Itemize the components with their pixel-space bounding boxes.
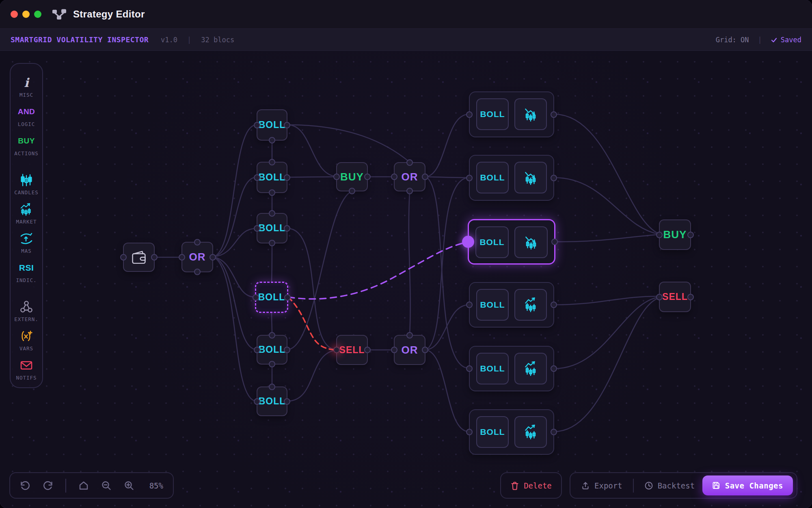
trend-down-candles-icon[interactable] bbox=[514, 162, 547, 193]
output-port[interactable] bbox=[284, 225, 290, 232]
output-port[interactable] bbox=[551, 429, 557, 435]
export-button[interactable]: Export bbox=[581, 481, 622, 490]
output-port[interactable] bbox=[422, 174, 428, 180]
input-port[interactable] bbox=[333, 174, 340, 180]
connection-endpoint-dot[interactable] bbox=[462, 236, 474, 248]
input-port[interactable] bbox=[120, 254, 127, 261]
node-or-top[interactable]: OR bbox=[394, 162, 425, 191]
input-port[interactable] bbox=[253, 294, 259, 301]
input-port[interactable] bbox=[466, 111, 473, 118]
undo-button[interactable] bbox=[20, 480, 30, 491]
trend-up-candles-icon[interactable] bbox=[514, 416, 547, 448]
trend-up-candles-icon[interactable] bbox=[514, 289, 547, 321]
sidebar-item-misc[interactable]: i MISC bbox=[19, 75, 33, 98]
node-or-left[interactable]: OR bbox=[181, 242, 213, 272]
sidebar-item-logic[interactable]: AND LOGIC bbox=[18, 104, 35, 127]
output-port[interactable] bbox=[284, 398, 290, 405]
delete-button[interactable]: Delete bbox=[500, 472, 562, 499]
top-port[interactable] bbox=[406, 332, 413, 339]
node-wallet[interactable] bbox=[123, 243, 155, 272]
grid-toggle[interactable]: Grid: ON bbox=[716, 36, 749, 44]
node-group-2[interactable]: BOLL bbox=[469, 155, 554, 201]
input-port[interactable] bbox=[466, 429, 473, 435]
node-group-1[interactable]: BOLL bbox=[469, 91, 554, 137]
input-port[interactable] bbox=[254, 174, 260, 181]
bottom-port[interactable] bbox=[269, 240, 275, 246]
sidebar-item-market[interactable]: MARKET bbox=[16, 202, 37, 225]
node-group-5[interactable]: BOLL bbox=[469, 346, 554, 391]
output-port[interactable] bbox=[551, 302, 557, 308]
input-port[interactable] bbox=[254, 122, 260, 128]
input-port[interactable] bbox=[466, 175, 473, 181]
group-boll-box[interactable]: BOLL bbox=[476, 353, 509, 384]
sidebar-item-actions[interactable]: BUY ACTIONS bbox=[14, 134, 39, 156]
bottom-port[interactable] bbox=[269, 137, 275, 143]
bottom-port[interactable] bbox=[269, 189, 275, 196]
node-group-3-selected[interactable]: BOLL bbox=[468, 219, 555, 265]
sidebar-item-vars[interactable]: VARS bbox=[19, 329, 33, 352]
canvas[interactable] bbox=[0, 51, 812, 508]
group-boll-box[interactable]: BOLL bbox=[476, 162, 509, 193]
trend-up-candles-icon[interactable] bbox=[514, 353, 547, 384]
node-boll-6[interactable]: BOLL bbox=[257, 386, 287, 416]
input-port[interactable] bbox=[254, 225, 260, 232]
output-port[interactable] bbox=[687, 232, 694, 238]
sidebar-item-extern[interactable]: EXTERN. bbox=[14, 300, 39, 322]
node-boll-3[interactable]: BOLL bbox=[257, 213, 287, 243]
input-port[interactable] bbox=[656, 232, 663, 238]
bottom-port[interactable] bbox=[194, 269, 201, 275]
output-port[interactable] bbox=[422, 347, 428, 353]
output-port[interactable] bbox=[551, 111, 557, 118]
sidebar-item-notifs[interactable]: NOTIFS bbox=[16, 358, 37, 381]
maximize-button[interactable] bbox=[34, 11, 41, 18]
redo-button[interactable] bbox=[43, 480, 53, 491]
output-port[interactable] bbox=[284, 347, 290, 353]
node-sell-right[interactable]: SELL bbox=[659, 282, 691, 312]
group-boll-box[interactable]: BOLL bbox=[476, 289, 509, 321]
node-group-6[interactable]: BOLL bbox=[469, 409, 554, 455]
node-boll-selected[interactable]: BOLL bbox=[255, 282, 288, 313]
top-port[interactable] bbox=[406, 159, 413, 166]
node-or-bottom[interactable]: OR bbox=[394, 335, 425, 365]
bottom-port[interactable] bbox=[269, 361, 275, 367]
input-port[interactable] bbox=[466, 365, 473, 372]
sidebar-item-mas[interactable]: MAS bbox=[19, 231, 33, 254]
output-port[interactable] bbox=[284, 174, 290, 181]
node-boll-2[interactable]: BOLL bbox=[257, 162, 287, 193]
node-boll-5[interactable]: BOLL bbox=[257, 335, 287, 365]
output-port[interactable] bbox=[687, 294, 694, 300]
input-port[interactable] bbox=[656, 294, 663, 300]
input-port[interactable] bbox=[391, 174, 397, 180]
node-boll-1[interactable]: BOLL bbox=[257, 109, 287, 141]
top-port[interactable] bbox=[269, 384, 275, 390]
top-port[interactable] bbox=[269, 159, 275, 165]
output-port[interactable] bbox=[551, 365, 557, 372]
zoom-in-button[interactable] bbox=[124, 480, 134, 491]
node-sell-mid[interactable]: SELL bbox=[336, 335, 368, 365]
input-port[interactable] bbox=[254, 347, 260, 353]
backtest-button[interactable]: Backtest bbox=[644, 481, 695, 490]
output-port[interactable] bbox=[364, 174, 371, 180]
sidebar-item-candles[interactable]: CANDLES bbox=[14, 173, 39, 195]
group-boll-box[interactable]: BOLL bbox=[476, 98, 509, 130]
input-port[interactable] bbox=[466, 302, 473, 308]
trend-down-candles-icon[interactable] bbox=[514, 98, 547, 130]
node-buy-mid[interactable]: BUY bbox=[336, 162, 368, 191]
group-boll-box[interactable]: BOLL bbox=[476, 416, 509, 448]
fit-view-button[interactable] bbox=[78, 480, 89, 491]
node-buy-right[interactable]: BUY bbox=[659, 219, 691, 250]
top-port[interactable] bbox=[269, 210, 275, 217]
output-port[interactable] bbox=[284, 122, 290, 128]
input-port[interactable] bbox=[254, 398, 260, 405]
close-button[interactable] bbox=[11, 11, 18, 18]
output-port[interactable] bbox=[551, 239, 558, 245]
bottom-port[interactable] bbox=[349, 188, 355, 194]
input-port[interactable] bbox=[333, 347, 340, 353]
zoom-out-button[interactable] bbox=[101, 480, 112, 491]
trend-down-candles-icon[interactable] bbox=[514, 226, 548, 258]
output-port[interactable] bbox=[364, 347, 371, 353]
input-port[interactable] bbox=[179, 254, 185, 261]
output-port[interactable] bbox=[209, 254, 216, 261]
node-group-4[interactable]: BOLL bbox=[469, 282, 554, 328]
group-boll-box[interactable]: BOLL bbox=[475, 226, 509, 258]
